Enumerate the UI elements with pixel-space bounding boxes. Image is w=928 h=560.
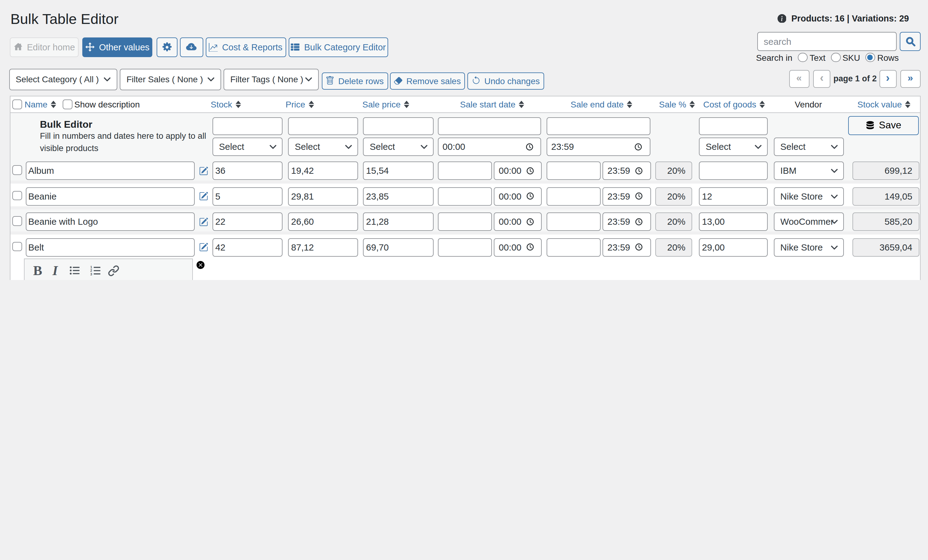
svg-text:1: 1 — [90, 265, 92, 269]
svg-text:3: 3 — [90, 272, 92, 276]
svg-text:2: 2 — [90, 269, 92, 272]
